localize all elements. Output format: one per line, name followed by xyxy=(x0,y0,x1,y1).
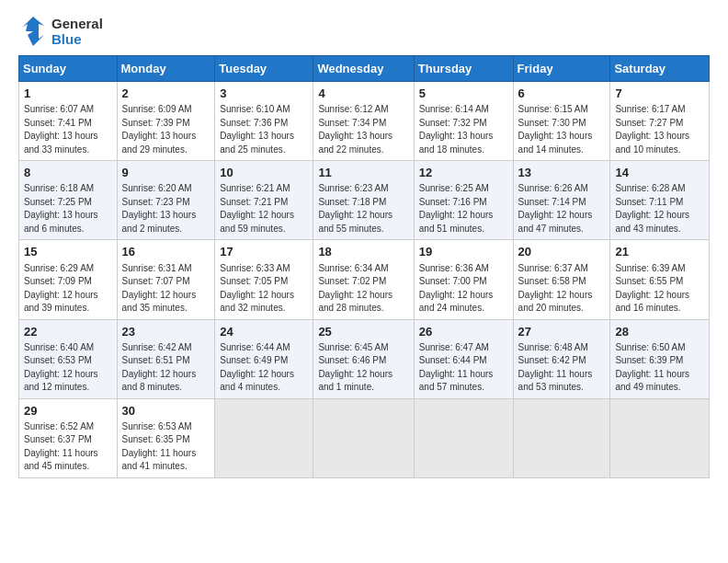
svg-marker-0 xyxy=(22,17,44,46)
calendar-cell: 15Sunrise: 6:29 AMSunset: 7:09 PMDayligh… xyxy=(19,240,118,319)
day-number: 16 xyxy=(122,244,210,260)
day-number: 28 xyxy=(615,324,704,340)
calendar-cell: 29Sunrise: 6:52 AMSunset: 6:37 PMDayligh… xyxy=(19,398,118,477)
logo-blue: Blue xyxy=(51,31,103,47)
day-info: Sunrise: 6:25 AMSunset: 7:16 PMDaylight:… xyxy=(419,182,508,236)
day-info: Sunrise: 6:21 AMSunset: 7:21 PMDaylight:… xyxy=(220,182,308,236)
logo-general: General xyxy=(51,16,103,31)
day-info: Sunrise: 6:48 AMSunset: 6:42 PMDaylight:… xyxy=(518,341,606,395)
day-info: Sunrise: 6:33 AMSunset: 7:05 PMDaylight:… xyxy=(220,262,308,316)
day-info: Sunrise: 6:42 AMSunset: 6:51 PMDaylight:… xyxy=(122,341,210,395)
weekday-header-sunday: Sunday xyxy=(19,56,118,82)
calendar-cell: 18Sunrise: 6:34 AMSunset: 7:02 PMDayligh… xyxy=(313,240,414,319)
day-info: Sunrise: 6:50 AMSunset: 6:39 PMDaylight:… xyxy=(615,341,704,395)
header: General Blue xyxy=(18,15,710,48)
day-number: 14 xyxy=(615,165,704,181)
calendar-cell: 1Sunrise: 6:07 AMSunset: 7:41 PMDaylight… xyxy=(19,82,118,161)
day-info: Sunrise: 6:37 AMSunset: 6:58 PMDaylight:… xyxy=(518,262,606,316)
weekday-header-saturday: Saturday xyxy=(610,56,710,82)
calendar-cell xyxy=(610,398,710,477)
day-number: 10 xyxy=(220,165,308,181)
calendar-cell: 24Sunrise: 6:44 AMSunset: 6:49 PMDayligh… xyxy=(215,319,313,398)
day-number: 21 xyxy=(615,244,704,260)
day-info: Sunrise: 6:12 AMSunset: 7:34 PMDaylight:… xyxy=(318,103,408,156)
calendar-cell: 20Sunrise: 6:37 AMSunset: 6:58 PMDayligh… xyxy=(513,240,610,319)
day-number: 8 xyxy=(24,165,112,181)
calendar-cell: 21Sunrise: 6:39 AMSunset: 6:55 PMDayligh… xyxy=(610,240,710,319)
calendar-cell: 23Sunrise: 6:42 AMSunset: 6:51 PMDayligh… xyxy=(117,319,215,398)
day-number: 4 xyxy=(318,86,408,102)
day-number: 29 xyxy=(24,403,112,419)
day-info: Sunrise: 6:10 AMSunset: 7:36 PMDaylight:… xyxy=(220,103,308,156)
day-info: Sunrise: 6:39 AMSunset: 6:55 PMDaylight:… xyxy=(615,262,704,316)
day-info: Sunrise: 6:45 AMSunset: 6:46 PMDaylight:… xyxy=(318,341,408,395)
calendar-cell: 30Sunrise: 6:53 AMSunset: 6:35 PMDayligh… xyxy=(117,398,215,477)
day-info: Sunrise: 6:44 AMSunset: 6:49 PMDaylight:… xyxy=(220,341,308,395)
day-number: 15 xyxy=(24,244,112,260)
calendar-cell: 13Sunrise: 6:26 AMSunset: 7:14 PMDayligh… xyxy=(513,161,610,240)
day-info: Sunrise: 6:07 AMSunset: 7:41 PMDaylight:… xyxy=(24,103,112,156)
day-number: 9 xyxy=(122,165,210,181)
day-number: 24 xyxy=(220,324,308,340)
day-number: 18 xyxy=(318,244,408,260)
calendar-cell: 5Sunrise: 6:14 AMSunset: 7:32 PMDaylight… xyxy=(414,82,513,161)
day-info: Sunrise: 6:09 AMSunset: 7:39 PMDaylight:… xyxy=(122,103,210,156)
day-number: 17 xyxy=(220,244,308,260)
calendar-cell: 28Sunrise: 6:50 AMSunset: 6:39 PMDayligh… xyxy=(610,319,710,398)
day-info: Sunrise: 6:17 AMSunset: 7:27 PMDaylight:… xyxy=(615,103,704,156)
calendar-cell: 9Sunrise: 6:20 AMSunset: 7:23 PMDaylight… xyxy=(117,161,215,240)
weekday-header-tuesday: Tuesday xyxy=(215,56,313,82)
day-info: Sunrise: 6:34 AMSunset: 7:02 PMDaylight:… xyxy=(318,262,408,316)
day-number: 26 xyxy=(419,324,508,340)
calendar-cell: 26Sunrise: 6:47 AMSunset: 6:44 PMDayligh… xyxy=(414,319,513,398)
calendar-cell xyxy=(215,398,313,477)
day-number: 23 xyxy=(122,324,210,340)
calendar-cell: 27Sunrise: 6:48 AMSunset: 6:42 PMDayligh… xyxy=(513,319,610,398)
day-info: Sunrise: 6:18 AMSunset: 7:25 PMDaylight:… xyxy=(24,182,112,236)
day-info: Sunrise: 6:47 AMSunset: 6:44 PMDaylight:… xyxy=(419,341,508,395)
day-number: 13 xyxy=(518,165,606,181)
calendar-cell: 8Sunrise: 6:18 AMSunset: 7:25 PMDaylight… xyxy=(19,161,118,240)
calendar-week-5: 29Sunrise: 6:52 AMSunset: 6:37 PMDayligh… xyxy=(19,398,710,477)
calendar-cell: 25Sunrise: 6:45 AMSunset: 6:46 PMDayligh… xyxy=(313,319,414,398)
calendar-cell: 22Sunrise: 6:40 AMSunset: 6:53 PMDayligh… xyxy=(19,319,118,398)
weekday-header-wednesday: Wednesday xyxy=(313,56,414,82)
day-info: Sunrise: 6:14 AMSunset: 7:32 PMDaylight:… xyxy=(419,103,508,156)
day-info: Sunrise: 6:40 AMSunset: 6:53 PMDaylight:… xyxy=(24,341,112,395)
day-number: 11 xyxy=(318,165,408,181)
day-number: 7 xyxy=(615,86,704,102)
day-info: Sunrise: 6:31 AMSunset: 7:07 PMDaylight:… xyxy=(122,262,210,316)
logo-text: General Blue xyxy=(51,16,103,48)
calendar-cell: 17Sunrise: 6:33 AMSunset: 7:05 PMDayligh… xyxy=(215,240,313,319)
calendar-table: SundayMondayTuesdayWednesdayThursdayFrid… xyxy=(18,55,710,478)
day-number: 25 xyxy=(318,324,408,340)
calendar-week-2: 8Sunrise: 6:18 AMSunset: 7:25 PMDaylight… xyxy=(19,161,710,240)
day-info: Sunrise: 6:36 AMSunset: 7:00 PMDaylight:… xyxy=(419,262,508,316)
logo-container: General Blue xyxy=(18,15,103,48)
day-number: 20 xyxy=(518,244,606,260)
calendar-cell: 2Sunrise: 6:09 AMSunset: 7:39 PMDaylight… xyxy=(117,82,215,161)
calendar-cell xyxy=(313,398,414,477)
calendar-cell: 7Sunrise: 6:17 AMSunset: 7:27 PMDaylight… xyxy=(610,82,710,161)
calendar-cell xyxy=(414,398,513,477)
day-number: 6 xyxy=(518,86,606,102)
calendar-cell: 6Sunrise: 6:15 AMSunset: 7:30 PMDaylight… xyxy=(513,82,610,161)
calendar-cell: 10Sunrise: 6:21 AMSunset: 7:21 PMDayligh… xyxy=(215,161,313,240)
day-number: 3 xyxy=(220,86,308,102)
weekday-header-thursday: Thursday xyxy=(414,56,513,82)
calendar-cell: 12Sunrise: 6:25 AMSunset: 7:16 PMDayligh… xyxy=(414,161,513,240)
weekday-header-row: SundayMondayTuesdayWednesdayThursdayFrid… xyxy=(19,56,710,82)
weekday-header-friday: Friday xyxy=(513,56,610,82)
calendar-week-1: 1Sunrise: 6:07 AMSunset: 7:41 PMDaylight… xyxy=(19,82,710,161)
logo: General Blue xyxy=(18,15,103,48)
day-number: 19 xyxy=(419,244,508,260)
day-info: Sunrise: 6:28 AMSunset: 7:11 PMDaylight:… xyxy=(615,182,704,236)
day-number: 12 xyxy=(419,165,508,181)
calendar-cell: 11Sunrise: 6:23 AMSunset: 7:18 PMDayligh… xyxy=(313,161,414,240)
weekday-header-monday: Monday xyxy=(117,56,215,82)
day-info: Sunrise: 6:26 AMSunset: 7:14 PMDaylight:… xyxy=(518,182,606,236)
day-number: 5 xyxy=(419,86,508,102)
day-info: Sunrise: 6:23 AMSunset: 7:18 PMDaylight:… xyxy=(318,182,408,236)
day-number: 27 xyxy=(518,324,606,340)
day-info: Sunrise: 6:29 AMSunset: 7:09 PMDaylight:… xyxy=(24,262,112,316)
